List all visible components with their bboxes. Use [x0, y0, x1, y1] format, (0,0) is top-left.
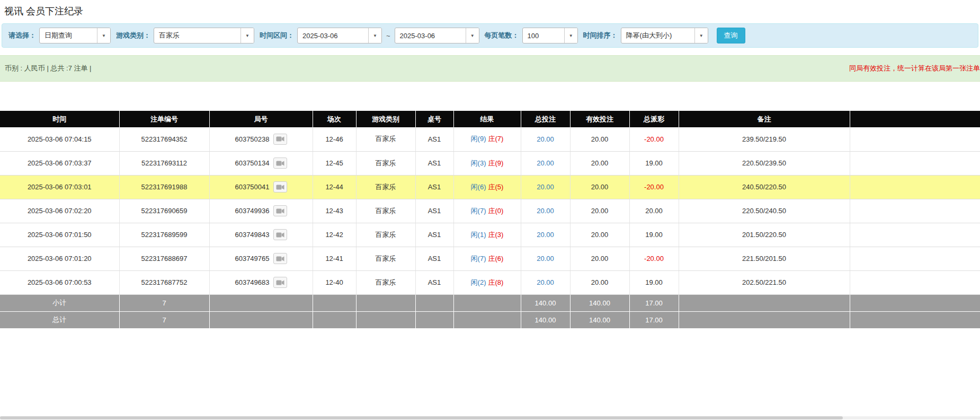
- header-filler: [850, 111, 980, 127]
- grand-total-count: 7: [119, 311, 209, 328]
- date-to-dropdown[interactable]: 2025-03-06 ▼: [395, 28, 479, 43]
- cell-table-no: AS1: [415, 151, 453, 175]
- cell-remark: 202.50/221.50: [679, 270, 850, 294]
- table-row: 2025-03-06 07:01:50 522317689599 6037498…: [0, 223, 980, 247]
- page-size-dropdown[interactable]: 100 ▼: [522, 28, 578, 43]
- video-replay-button[interactable]: [273, 205, 287, 216]
- total-bet-link[interactable]: 20.00: [537, 159, 554, 167]
- total-bet-link[interactable]: 20.00: [537, 231, 554, 239]
- cell-result: 闲(6)庄(5): [453, 175, 521, 199]
- total-bet-link[interactable]: 20.00: [537, 255, 554, 262]
- cell-filler: [850, 127, 980, 151]
- cell-game: 百家乐: [356, 223, 415, 247]
- total-bet-link[interactable]: 20.00: [537, 278, 554, 286]
- header-remark: 备注: [679, 111, 850, 127]
- cell-total-bet: 20.00: [521, 127, 570, 151]
- grand-total-cell: [850, 311, 980, 328]
- cell-session: 12-44: [313, 175, 356, 199]
- cell-time: 2025-03-06 07:03:01: [0, 175, 119, 199]
- video-replay-button[interactable]: [273, 181, 287, 192]
- result-player: 闲(1): [471, 231, 486, 239]
- video-replay-button[interactable]: [273, 134, 287, 145]
- table-row: 2025-03-06 07:02:20 522317690659 6037499…: [0, 199, 980, 223]
- cell-result: 闲(7)庄(0): [453, 199, 521, 223]
- result-banker: 庄(3): [488, 231, 504, 239]
- result-player: 闲(6): [471, 183, 486, 191]
- video-replay-button[interactable]: [273, 253, 287, 264]
- header-time: 时间: [0, 111, 119, 127]
- round-id: 603749843: [235, 231, 269, 239]
- cell-round: 603750134: [209, 151, 313, 175]
- header-bet-id: 注单编号: [119, 111, 209, 127]
- result-banker: 庄(9): [488, 159, 504, 167]
- cell-filler: [850, 151, 980, 175]
- header-session: 场次: [313, 111, 356, 127]
- total-bet-link[interactable]: 20.00: [537, 135, 554, 143]
- cell-time: 2025-03-06 07:01:20: [0, 247, 119, 270]
- round-id: 603749936: [235, 207, 269, 215]
- subtotal-cell: [209, 294, 313, 311]
- cell-total-bet: 20.00: [521, 199, 570, 223]
- result-player: 闲(7): [471, 255, 486, 262]
- scrollbar-thumb[interactable]: [0, 416, 843, 419]
- result-player: 闲(2): [471, 278, 486, 286]
- cell-table-no: AS1: [415, 270, 453, 294]
- result-banker: 庄(5): [488, 183, 504, 191]
- page-title: 视讯 会员下注纪录: [0, 0, 980, 23]
- cell-filler: [850, 270, 980, 294]
- cell-bet-id: 522317691988: [119, 175, 209, 199]
- cell-session: 12-43: [313, 199, 356, 223]
- summary-notice: 同局有效投注，统一计算在该局第一张注单: [849, 64, 980, 73]
- chevron-down-icon[interactable]: ▼: [97, 28, 110, 43]
- select-type-dropdown[interactable]: 日期查询 ▼: [39, 28, 111, 43]
- grand-total-cell: [209, 311, 313, 328]
- video-replay-button[interactable]: [273, 277, 287, 288]
- grand-total-row: 总计 7 140.00 140.00 17.00: [0, 311, 980, 328]
- video-replay-button[interactable]: [273, 229, 287, 240]
- table-row: 2025-03-06 07:03:37 522317693112 6037501…: [0, 151, 980, 175]
- subtotal-cell: [313, 294, 356, 311]
- table-footer: 小计 7 140.00 140.00 17.00 总计 7: [0, 294, 980, 328]
- cell-table-no: AS1: [415, 223, 453, 247]
- page-size-label: 每页笔数：: [485, 31, 519, 40]
- video-replay-button[interactable]: [273, 158, 287, 169]
- cell-valid-bet: 20.00: [570, 127, 629, 151]
- total-bet-link[interactable]: 20.00: [537, 183, 554, 191]
- chevron-down-icon[interactable]: ▼: [564, 28, 577, 43]
- time-sort-dropdown[interactable]: 降幂(由大到小) ▼: [621, 28, 708, 43]
- search-button[interactable]: 查询: [717, 28, 745, 43]
- header-table-no: 桌号: [415, 111, 453, 127]
- chevron-down-icon[interactable]: ▼: [240, 28, 254, 43]
- video-camera-icon: [276, 184, 284, 190]
- cell-round: 603750238: [209, 127, 313, 151]
- horizontal-scrollbar[interactable]: [0, 416, 980, 419]
- cell-valid-bet: 20.00: [570, 223, 629, 247]
- video-camera-icon: [276, 136, 284, 142]
- grand-total-cell: [679, 311, 850, 328]
- time-sort-value: 降幂(由大到小): [621, 28, 694, 43]
- subtotal-cell: [415, 294, 453, 311]
- cell-filler: [850, 247, 980, 270]
- cell-valid-bet: 20.00: [570, 247, 629, 270]
- header-round: 局号: [209, 111, 313, 127]
- cell-remark: 220.50/240.50: [679, 199, 850, 223]
- cell-payout: -20.00: [629, 247, 679, 270]
- total-bet-link[interactable]: 20.00: [537, 207, 554, 215]
- game-category-dropdown[interactable]: 百家乐 ▼: [154, 28, 254, 43]
- grand-total-valid-bet: 140.00: [570, 311, 629, 328]
- chevron-down-icon[interactable]: ▼: [466, 28, 479, 43]
- chevron-down-icon[interactable]: ▼: [694, 28, 708, 43]
- cell-game: 百家乐: [356, 127, 415, 151]
- page: 视讯 会员下注纪录 请选择： 日期查询 ▼ 游戏类别： 百家乐 ▼ 时间区间： …: [0, 0, 980, 420]
- cell-payout: 20.00: [629, 199, 679, 223]
- grand-total-cell: [415, 311, 453, 328]
- chevron-down-icon[interactable]: ▼: [368, 28, 381, 43]
- cell-total-bet: 20.00: [521, 175, 570, 199]
- cell-remark: 221.50/201.50: [679, 247, 850, 270]
- cell-time: 2025-03-06 07:03:37: [0, 151, 119, 175]
- cell-payout: 19.00: [629, 223, 679, 247]
- cell-result: 闲(7)庄(6): [453, 247, 521, 270]
- cell-valid-bet: 20.00: [570, 151, 629, 175]
- date-from-dropdown[interactable]: 2025-03-06 ▼: [297, 28, 382, 43]
- subtotal-row: 小计 7 140.00 140.00 17.00: [0, 294, 980, 311]
